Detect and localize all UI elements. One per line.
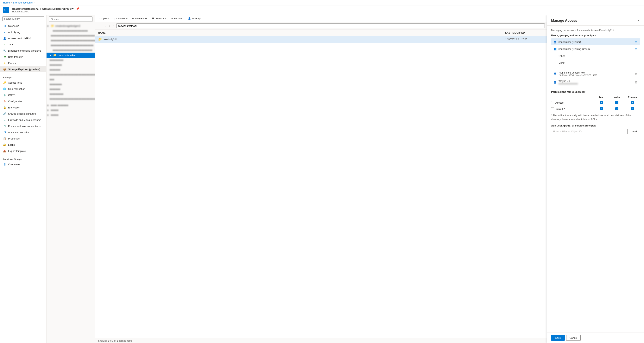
new-folder-icon: + — [132, 17, 134, 20]
checkbox-access-read[interactable] — [600, 101, 603, 104]
sidebar-item-shared-access[interactable]: 🔗 Shared access signature — [0, 111, 46, 117]
forward-button[interactable]: → — [103, 24, 107, 28]
sidebar-item-events[interactable]: ⚡ Events — [0, 60, 46, 66]
tree-group-1[interactable]: ▶ ●●●● ●●●●●●● — [46, 103, 95, 108]
sidebar-item-locks[interactable]: 🔐 Locks — [0, 142, 46, 148]
column-modified-header[interactable]: LAST MODIFIED — [505, 31, 544, 34]
checkbox-default-read[interactable] — [600, 107, 603, 110]
checkbox-default-label[interactable] — [551, 107, 554, 110]
sidebar-item-access-keys[interactable]: 🔑 Access keys — [0, 80, 46, 86]
rename-button[interactable]: ✏ Rename — [169, 16, 185, 21]
sidebar-item-storage-explorer[interactable]: 📦 Storage Explorer (preview) — [0, 66, 46, 72]
tree-item[interactable]: ●●●●●●●●● — [46, 92, 95, 96]
folder-icon-file: 📁 — [98, 38, 102, 41]
table-row[interactable]: 📁 readonly2dir 12/06/2020, 01:20:03 — [95, 36, 547, 43]
tree-item-csewzhutest4acl[interactable]: ▼ 📁 csewzhutest4acl — [46, 53, 95, 58]
tree-item[interactable]: ●●●●●●● — [46, 67, 95, 72]
tree-item-root[interactable]: ▶ 📁 createstoragetestgen2 — [46, 23, 95, 28]
sidebar-item-diagnose[interactable]: 🔧 Diagnose and solve problems — [0, 48, 46, 54]
delete-principal-button-wayne[interactable]: 🗑 — [634, 80, 638, 84]
sidebar-item-overview[interactable]: ⊞ Overview — [0, 23, 46, 29]
perm-access-write[interactable] — [609, 100, 624, 106]
back-button[interactable]: ← — [97, 24, 102, 28]
tree-item[interactable]: ●●●●●●●●●●●●●●●●●●●●●●●●●●●●●●●●●●● — [46, 96, 95, 101]
sidebar-item-export-template[interactable]: 📤 Export template — [0, 148, 46, 154]
sidebar-item-tags[interactable]: 🏷 Tags — [0, 41, 46, 48]
sidebar-item-containers[interactable]: 🗄 Containers — [0, 161, 46, 167]
checkbox-access-write[interactable] — [615, 101, 618, 104]
column-name-header[interactable]: NAME ↑ — [98, 31, 505, 34]
principal-item-superuser-group[interactable]: 👥 $superuser (Owning Group) ✏ — [551, 45, 640, 52]
tree-item-label: createstoragetestgen2 — [55, 25, 80, 27]
add-principal-button[interactable]: Add — [629, 129, 640, 134]
sidebar-item-cors[interactable]: ◎ CORS — [0, 92, 46, 98]
sidebar-item-encryption[interactable]: 🔒 Encryption — [0, 104, 46, 111]
tree-item[interactable]: ●●●●●●●●●●●●●●●●●●●●●●●●●●●●● — [46, 33, 95, 38]
sidebar-item-advanced-security[interactable]: 🛡 Advanced security — [0, 129, 46, 135]
tree-item[interactable]: ●●● — [46, 77, 95, 82]
perm-default-write[interactable] — [609, 106, 624, 112]
tree-item[interactable]: ●●●●●●●● — [46, 82, 95, 87]
file-tree-search-input[interactable] — [49, 17, 92, 22]
rename-icon: ✏ — [170, 17, 173, 20]
breadcrumb-storage-accounts[interactable]: Storage accounts — [13, 1, 32, 4]
tree-group-2[interactable]: ▶ ●●●●● — [46, 108, 95, 113]
tree-item[interactable]: ●●●●●●●●●●●●●●●●●●●●●●● — [46, 28, 95, 33]
delete-principal-button-hdi[interactable]: 🗑 — [634, 72, 638, 76]
principal-item-wayne[interactable]: 👤 Wayne Zhu ●●●●●●●●●●●●●●● 🗑 — [551, 78, 640, 86]
permissions-title: Permissions for: $superuser — [551, 90, 640, 93]
edit-principal-button-owner[interactable]: ✏ — [634, 40, 638, 44]
sidebar-item-label: Private endpoint connections — [8, 125, 40, 128]
tree-group-3[interactable]: ▶ ●●●●● — [46, 113, 95, 117]
tree-item[interactable]: ●●●●●●●●●●●●●●●●●●●●●●●●●●●●●●●●● — [46, 72, 95, 77]
checkbox-access-label[interactable] — [551, 101, 554, 104]
edit-principal-button-group[interactable]: ✏ — [634, 47, 638, 51]
up-button[interactable]: ↑ — [112, 24, 115, 28]
checkbox-default-write[interactable] — [615, 107, 618, 110]
sidebar-item-label: Activity log — [8, 31, 20, 34]
principal-item-mask[interactable]: Mask — [551, 59, 640, 66]
sidebar-item-configuration[interactable]: ⚙ Configuration — [0, 98, 46, 104]
pin-icon[interactable]: 📌 — [76, 7, 79, 10]
tree-item[interactable]: ●●●●●●●●●●●●●●●●●●●●●●●●●●●● — [46, 43, 95, 48]
path-input[interactable] — [116, 24, 545, 28]
perm-default-read[interactable] — [594, 106, 609, 112]
sidebar-item-activity-log[interactable]: ≡ Activity log — [0, 29, 46, 35]
cancel-button[interactable]: Cancel — [566, 335, 580, 341]
title-separator: | — [40, 7, 41, 10]
new-folder-button[interactable]: + New Folder — [130, 16, 150, 21]
tree-item[interactable]: ●●●●●●●●●●●●●●●●●●●●●●●●●●●●●●●●●●●● — [46, 38, 95, 43]
principal-name: $superuser (Owner) — [558, 41, 633, 44]
download-button[interactable]: ↓ Download — [112, 16, 130, 21]
sidebar-item-label: Data transfer — [8, 56, 23, 58]
export-icon: 📤 — [3, 149, 6, 153]
principal-item-superuser-owner[interactable]: 👤 $superuser (Owner) ✏ — [551, 39, 640, 45]
close-panel-button[interactable]: × — [637, 18, 640, 23]
sidebar-item-firewalls[interactable]: 🛡 Firewalls and virtual networks — [0, 117, 46, 123]
tree-item[interactable]: ●●●●●●●● — [46, 63, 95, 67]
sidebar-item-data-transfer[interactable]: ⇄ Data transfer — [0, 54, 46, 60]
tree-item[interactable]: ●●●●●●● — [46, 87, 95, 92]
down-button[interactable]: ↓ — [108, 24, 111, 28]
sidebar-item-private-endpoint[interactable]: ⬡ Private endpoint connections — [0, 123, 46, 129]
checkbox-access-execute[interactable] — [631, 101, 634, 104]
sidebar-item-access-control[interactable]: 👤 Access control (IAM) — [0, 35, 46, 41]
principal-item-hdi[interactable]: 👤 HDI-limited-access-role 2f8f296b-c908-… — [551, 70, 640, 78]
perm-access-read[interactable] — [594, 100, 609, 106]
manage-button[interactable]: 👤 Manage — [186, 16, 203, 21]
file-date-cell: 12/06/2020, 01:20:03 — [505, 38, 544, 41]
sidebar-item-geo-replication[interactable]: 🌐 Geo-replication — [0, 86, 46, 92]
select-all-button[interactable]: ☰ Select All — [150, 16, 168, 21]
tree-item[interactable]: ●●●●●●●●● — [46, 58, 95, 63]
perm-access-execute[interactable] — [624, 100, 640, 106]
upload-button[interactable]: ↑ Upload — [97, 16, 112, 21]
principal-item-other[interactable]: Other — [551, 52, 640, 59]
breadcrumb-home[interactable]: Home — [3, 1, 10, 4]
add-principal-input[interactable] — [551, 129, 628, 134]
tree-item[interactable]: ●●●●●●●●●●●●●●●●●●●●●●●●●● — [46, 48, 95, 53]
perm-default-execute[interactable] — [624, 106, 640, 112]
search-input[interactable] — [2, 17, 44, 21]
sidebar-item-properties[interactable]: 📋 Properties — [0, 135, 46, 142]
save-button[interactable]: Save — [551, 335, 565, 341]
checkbox-default-execute[interactable] — [631, 107, 634, 110]
